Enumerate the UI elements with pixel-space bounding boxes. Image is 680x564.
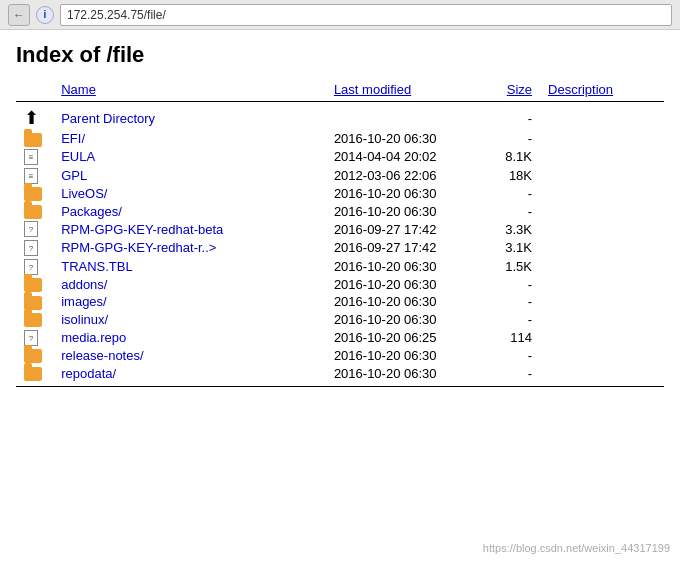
text-file-icon: ≡ [24,168,38,184]
folder-icon [24,187,42,201]
file-size-cell: - [487,347,540,365]
file-link[interactable]: RPM-GPG-KEY-redhat-r..> [61,240,216,255]
file-link[interactable]: isolinux/ [61,312,108,327]
desc-sort-link[interactable]: Description [548,82,613,97]
page-content: Index of /file Name Last modified Size D… [0,30,680,564]
col-icon-header [16,80,53,99]
file-link[interactable]: repodata/ [61,366,116,381]
address-bar[interactable] [60,4,672,26]
file-icon-cell [16,293,53,311]
file-link[interactable]: EFI/ [61,131,85,146]
table-row: ?RPM-GPG-KEY-redhat-beta2016-09-27 17:42… [16,220,664,239]
back-button[interactable]: ← [8,4,30,26]
file-modified-cell [326,106,487,130]
file-link[interactable]: media.repo [61,330,126,345]
folder-icon [24,296,42,310]
file-desc-cell [540,202,664,220]
table-row: isolinux/2016-10-20 06:30- [16,311,664,329]
file-icon-cell [16,185,53,203]
browser-toolbar: ← i [0,0,680,30]
col-desc-header[interactable]: Description [540,80,664,99]
file-size-cell: - [487,106,540,130]
folder-icon [24,278,42,292]
folder-icon [24,313,42,327]
size-sort-link[interactable]: Size [507,82,532,97]
file-size-cell: 1.5K [487,257,540,276]
file-modified-cell: 2014-04-04 20:02 [326,148,487,167]
file-modified-cell: 2016-10-20 06:25 [326,328,487,347]
folder-icon [24,349,42,363]
col-name-header[interactable]: Name [53,80,326,99]
file-name-cell: GPL [53,166,326,185]
file-modified-cell: 2016-10-20 06:30 [326,130,487,148]
file-size-cell: 114 [487,328,540,347]
back-folder-icon: ⬆ [24,108,39,128]
file-desc-cell [540,293,664,311]
file-modified-cell: 2016-10-20 06:30 [326,311,487,329]
file-desc-cell [540,220,664,239]
file-name-cell: RPM-GPG-KEY-redhat-beta [53,220,326,239]
file-modified-cell: 2016-10-20 06:30 [326,364,487,382]
file-link[interactable]: images/ [61,294,107,309]
file-name-cell: EFI/ [53,130,326,148]
table-row: ?media.repo2016-10-20 06:25114 [16,328,664,347]
text-file-icon: ≡ [24,149,38,165]
file-desc-cell [540,257,664,276]
file-link[interactable]: release-notes/ [61,348,143,363]
watermark: https://blog.csdn.net/weixin_44317199 [483,542,670,554]
table-row: addons/2016-10-20 06:30- [16,276,664,294]
table-row: Packages/2016-10-20 06:30- [16,202,664,220]
file-icon-cell [16,276,53,294]
modified-sort-link[interactable]: Last modified [334,82,411,97]
file-name-cell: images/ [53,293,326,311]
file-desc-cell [540,311,664,329]
file-icon-cell [16,347,53,365]
file-icon-cell [16,202,53,220]
file-size-cell: 3.1K [487,238,540,257]
file-size-cell: 18K [487,166,540,185]
file-name-cell: release-notes/ [53,347,326,365]
file-name-cell: Parent Directory [53,106,326,130]
col-size-header[interactable]: Size [487,80,540,99]
unknown-file-icon: ? [24,330,38,346]
file-icon-cell: ? [16,238,53,257]
file-name-cell: RPM-GPG-KEY-redhat-r..> [53,238,326,257]
file-modified-cell: 2016-09-27 17:42 [326,238,487,257]
file-size-cell: - [487,276,540,294]
file-icon-cell [16,130,53,148]
file-link[interactable]: Packages/ [61,204,122,219]
file-name-cell: LiveOS/ [53,185,326,203]
file-link[interactable]: RPM-GPG-KEY-redhat-beta [61,222,223,237]
unknown-file-icon: ? [24,221,38,237]
col-modified-header[interactable]: Last modified [326,80,487,99]
table-row: ⬆Parent Directory- [16,106,664,130]
info-icon: i [36,6,54,24]
table-row: LiveOS/2016-10-20 06:30- [16,185,664,203]
unknown-file-icon: ? [24,259,38,275]
file-name-cell: isolinux/ [53,311,326,329]
file-size-cell: 3.3K [487,220,540,239]
file-name-cell: EULA [53,148,326,167]
file-modified-cell: 2016-10-20 06:30 [326,202,487,220]
file-size-cell: - [487,185,540,203]
file-link[interactable]: LiveOS/ [61,186,107,201]
folder-icon [24,133,42,147]
file-link[interactable]: Parent Directory [61,111,155,126]
file-desc-cell [540,238,664,257]
file-icon-cell: ≡ [16,148,53,167]
file-desc-cell [540,185,664,203]
file-link[interactable]: TRANS.TBL [61,259,133,274]
name-sort-link[interactable]: Name [61,82,96,97]
file-link[interactable]: GPL [61,168,87,183]
file-desc-cell [540,106,664,130]
file-link[interactable]: addons/ [61,277,107,292]
folder-icon [24,205,42,219]
table-row: repodata/2016-10-20 06:30- [16,364,664,382]
table-row: ≡EULA2014-04-04 20:028.1K [16,148,664,167]
table-row: ?TRANS.TBL2016-10-20 06:301.5K [16,257,664,276]
file-icon-cell: ? [16,220,53,239]
file-desc-cell [540,130,664,148]
file-link[interactable]: EULA [61,149,95,164]
file-name-cell: media.repo [53,328,326,347]
table-row: ≡GPL2012-03-06 22:0618K [16,166,664,185]
